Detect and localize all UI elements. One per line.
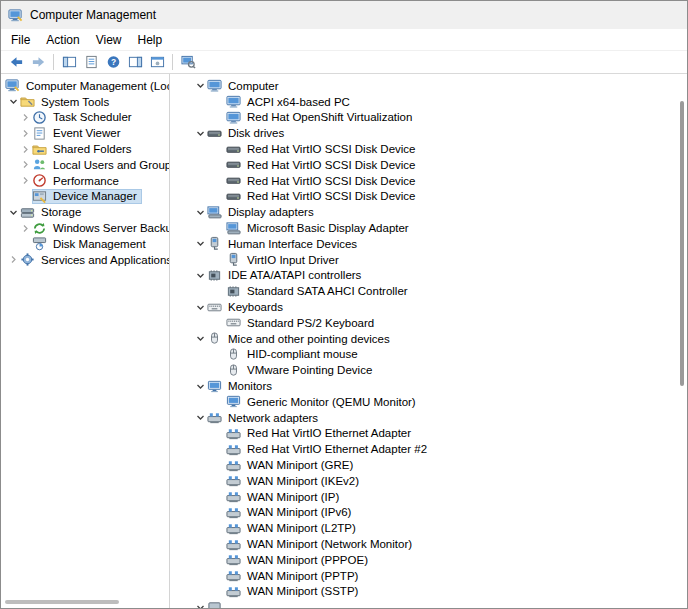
horizontal-scrollbar-thumb[interactable] <box>5 600 119 604</box>
device-tree-item[interactable]: Monitors <box>174 378 675 394</box>
device-tree-item[interactable]: Red Hat OpenShift Virtualization <box>174 110 675 126</box>
chevron-down-icon[interactable] <box>194 303 207 312</box>
tree-item-label: Red Hat VirtIO SCSI Disk Device <box>245 190 418 202</box>
vertical-scrollbar[interactable] <box>675 74 687 608</box>
forward-button[interactable] <box>27 52 49 73</box>
console-tree-item[interactable]: Services and Applications <box>1 252 169 268</box>
tree-row-content: WAN Miniport (IPv6) <box>226 505 356 521</box>
device-tree-item[interactable]: WAN Miniport (IPv6) <box>174 505 675 521</box>
console-tree-item[interactable]: Computer Management (Local) <box>1 78 169 94</box>
properties-button[interactable] <box>146 52 168 73</box>
help-button[interactable]: ? <box>102 52 124 73</box>
device-tree-item[interactable]: Computer <box>174 78 675 94</box>
chevron-down-icon[interactable] <box>194 413 207 422</box>
forward-icon <box>31 55 46 70</box>
tree-item-label: Event Viewer <box>51 127 123 139</box>
device-tree-item[interactable]: WAN Miniport (IP) <box>174 489 675 505</box>
console-tree-item[interactable]: Local Users and Groups <box>1 157 169 173</box>
chevron-down-icon[interactable] <box>194 208 207 217</box>
menu-item-action[interactable]: Action <box>38 30 87 50</box>
device-tree-item[interactable]: Disk drives <box>174 125 675 141</box>
chevron-down-icon[interactable] <box>194 334 207 343</box>
device-tree-item[interactable]: Display adapters <box>174 204 675 220</box>
scan-for-hardware-changes-button[interactable] <box>177 52 199 73</box>
device-tree-item[interactable]: Microsoft Basic Display Adapter <box>174 220 675 236</box>
menu-item-help[interactable]: Help <box>130 30 171 50</box>
chevron-right-icon[interactable] <box>19 145 32 154</box>
device-tree-item[interactable]: WAN Miniport (SSTP) <box>174 584 675 600</box>
console-tree-item[interactable]: Device Manager <box>1 189 169 205</box>
tree-item-label: WAN Miniport (L2TP) <box>245 522 358 534</box>
menu-item-view[interactable]: View <box>88 30 130 50</box>
vertical-scrollbar-thumb[interactable] <box>680 101 684 386</box>
export-list-button[interactable] <box>80 52 102 73</box>
device-tree-item[interactable]: Generic Monitor (QEMU Monitor) <box>174 394 675 410</box>
device-tree-item[interactable]: Red Hat VirtIO SCSI Disk Device <box>174 173 675 189</box>
device-tree-item[interactable]: WAN Miniport (Network Monitor) <box>174 536 675 552</box>
device-tree-item[interactable]: WAN Miniport (PPPOE) <box>174 552 675 568</box>
tree-item-label: Standard PS/2 Keyboard <box>245 317 376 329</box>
device-tree-item[interactable]: ACPI x64-based PC <box>174 94 675 110</box>
chevron-down-icon[interactable] <box>194 81 207 90</box>
tree-item-label: Computer <box>226 80 281 92</box>
device-tree-item[interactable]: Red Hat VirtIO SCSI Disk Device <box>174 157 675 173</box>
console-tree-item[interactable]: Windows Server Backup <box>1 220 169 236</box>
menu-item-file[interactable]: File <box>3 30 38 50</box>
chevron-right-icon[interactable] <box>19 113 32 122</box>
system-tools-icon <box>20 94 35 109</box>
device-tree-item[interactable]: Network adapters <box>174 410 675 426</box>
tree-item-label: ACPI x64-based PC <box>245 96 352 108</box>
chevron-down-icon[interactable] <box>194 129 207 138</box>
device-tree-item[interactable]: WAN Miniport (IKEv2) <box>174 473 675 489</box>
disk-management-icon <box>32 236 47 251</box>
clipped-row[interactable] <box>174 599 675 608</box>
device-tree-item[interactable]: VirtIO Input Driver <box>174 252 675 268</box>
chevron-right-icon[interactable] <box>7 255 20 264</box>
device-tree-item[interactable]: Keyboards <box>174 299 675 315</box>
device-tree-item[interactable]: WAN Miniport (L2TP) <box>174 520 675 536</box>
device-tree-item[interactable]: Human Interface Devices <box>174 236 675 252</box>
horizontal-scrollbar[interactable] <box>1 596 169 608</box>
show-hide-action-pane-button[interactable] <box>124 52 146 73</box>
tree-row-content: IDE ATA/ATAPI controllers <box>207 268 366 284</box>
network-adapter-icon <box>207 410 222 425</box>
hid-icon <box>226 252 241 267</box>
tree-item-label: Performance <box>51 175 121 187</box>
console-tree-item[interactable]: Disk Management <box>1 236 169 252</box>
device-tree-item[interactable]: Mice and other pointing devices <box>174 331 675 347</box>
chevron-right-icon[interactable] <box>19 176 32 185</box>
device-tree-item[interactable]: Standard SATA AHCI Controller <box>174 283 675 299</box>
device-tree-item[interactable]: VMware Pointing Device <box>174 362 675 378</box>
chevron-down-icon[interactable] <box>194 382 207 391</box>
console-tree-item[interactable]: Performance <box>1 173 169 189</box>
chevron-down-icon[interactable] <box>7 208 20 217</box>
device-tree-item[interactable]: Red Hat VirtIO SCSI Disk Device <box>174 141 675 157</box>
device-tree-item[interactable]: Red Hat VirtIO SCSI Disk Device <box>174 189 675 205</box>
chevron-down-icon[interactable] <box>194 239 207 248</box>
console-tree-item[interactable]: Storage <box>1 204 169 220</box>
chevron-right-icon[interactable] <box>19 129 32 138</box>
console-tree-item[interactable]: Event Viewer <box>1 125 169 141</box>
tree-item-label: WAN Miniport (IKEv2) <box>245 475 361 487</box>
show-hide-console-tree-button[interactable] <box>58 52 80 73</box>
console-tree-item[interactable]: Shared Folders <box>1 141 169 157</box>
device-tree-item[interactable]: Red Hat VirtIO Ethernet Adapter #2 <box>174 441 675 457</box>
display-adapter-icon <box>207 205 222 220</box>
chevron-right-icon[interactable] <box>19 224 32 233</box>
chevron-down-icon[interactable] <box>194 271 207 280</box>
chevron-right-icon[interactable] <box>19 160 32 169</box>
tree-item-label: WAN Miniport (PPTP) <box>245 570 360 582</box>
device-tree-item[interactable]: HID-compliant mouse <box>174 347 675 363</box>
tree-item-label: Standard SATA AHCI Controller <box>245 285 410 297</box>
chevron-down-icon[interactable] <box>194 603 207 608</box>
console-tree-item[interactable]: System Tools <box>1 94 169 110</box>
device-tree-item[interactable]: Red Hat VirtIO Ethernet Adapter <box>174 426 675 442</box>
console-tree-item[interactable]: Task Scheduler <box>1 110 169 126</box>
chevron-down-icon[interactable] <box>7 97 20 106</box>
back-button[interactable] <box>5 52 27 73</box>
device-tree-item[interactable]: IDE ATA/ATAPI controllers <box>174 268 675 284</box>
device-tree-item[interactable]: WAN Miniport (PPTP) <box>174 568 675 584</box>
device-tree-item[interactable]: WAN Miniport (GRE) <box>174 457 675 473</box>
toolbar: ? <box>1 51 687 74</box>
device-tree-item[interactable]: Standard PS/2 Keyboard <box>174 315 675 331</box>
